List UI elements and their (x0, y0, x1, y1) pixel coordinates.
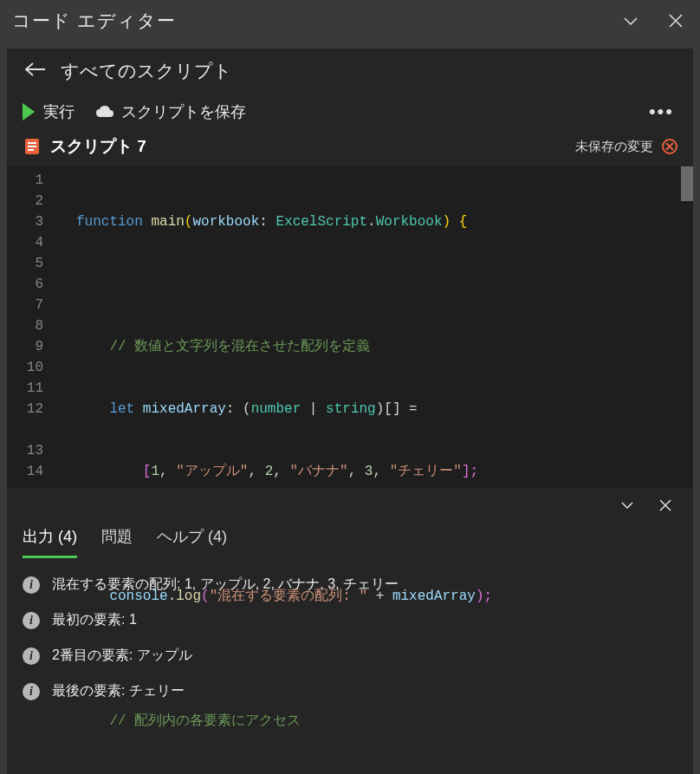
code-editor[interactable]: 1 2 3 4 5 6 7 8 9 10 11 12 13 14 functio… (7, 166, 693, 487)
back-arrow-icon[interactable] (23, 61, 43, 81)
info-icon: i (23, 647, 40, 665)
breadcrumb-label[interactable]: すべてのスクリプト (61, 59, 232, 83)
svg-rect-1 (28, 142, 36, 144)
more-options-button[interactable]: ••• (649, 101, 677, 123)
close-icon[interactable] (664, 9, 688, 33)
toolbar: 実行 スクリプトを保存 ••• (7, 94, 693, 130)
script-name: スクリプト 7 (50, 135, 146, 158)
run-label: 実行 (43, 101, 75, 122)
save-script-button[interactable]: スクリプトを保存 (95, 101, 246, 122)
play-icon (23, 103, 35, 120)
unsaved-badge-icon[interactable] (662, 139, 677, 154)
run-button[interactable]: 実行 (23, 101, 75, 122)
editor-scrollbar[interactable] (681, 166, 693, 201)
unsaved-changes-label: 未保存の変更 (575, 139, 653, 155)
chevron-down-icon[interactable] (619, 9, 643, 33)
titlebar-controls (619, 9, 688, 33)
line-number-gutter: 1 2 3 4 5 6 7 8 9 10 11 12 13 14 (7, 166, 59, 487)
svg-rect-2 (28, 146, 36, 147)
titlebar: コード エディター (0, 0, 700, 42)
script-header-right: 未保存の変更 (575, 139, 677, 155)
info-icon: i (23, 683, 40, 700)
svg-rect-3 (28, 149, 34, 151)
save-label: スクリプトを保存 (121, 101, 246, 122)
editor-panel: すべてのスクリプト 実行 スクリプトを保存 ••• スクリプト 7 未保存の変更 (7, 49, 693, 774)
info-icon: i (23, 612, 40, 629)
code-area[interactable]: function main(workbook: ExcelScript.Work… (59, 166, 693, 487)
titlebar-title: コード エディター (12, 9, 176, 33)
cloud-icon (95, 105, 114, 119)
toolbar-left: 実行 スクリプトを保存 (23, 101, 246, 122)
script-file-icon (23, 137, 42, 156)
breadcrumb: すべてのスクリプト (7, 49, 693, 94)
script-header-left: スクリプト 7 (23, 135, 146, 158)
script-header: スクリプト 7 未保存の変更 (7, 130, 693, 166)
info-icon: i (23, 576, 40, 594)
